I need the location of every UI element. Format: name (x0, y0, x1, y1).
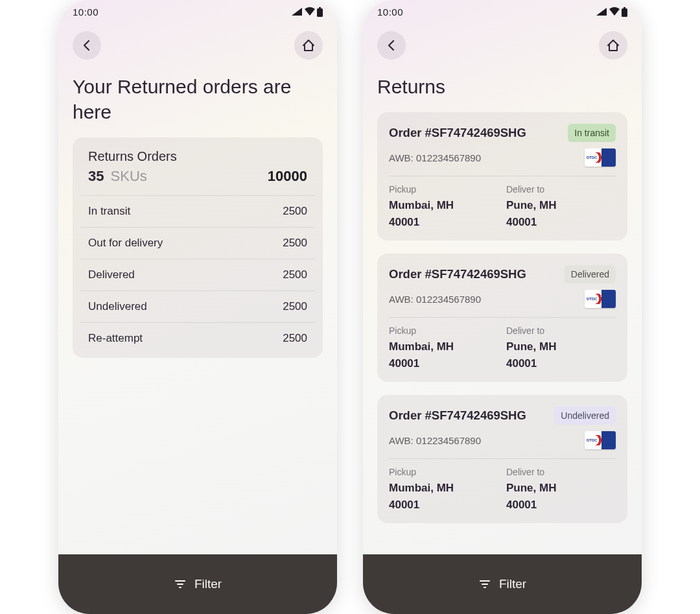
pickup-city: Mumbai, MH (389, 480, 498, 497)
order-title: Order #SF74742469SHG (389, 408, 526, 423)
carrier-logo: DTDC (585, 148, 616, 167)
deliver-label: Deliver to (506, 184, 616, 195)
content: Returns Orders 35 SKUs 10000 In transit … (58, 137, 337, 614)
phone-summary-screen: 10:00 Your Returned orders are here Retu… (58, 0, 337, 614)
summary-total: 10000 (268, 168, 307, 185)
status-value: 2500 (283, 268, 307, 281)
status-time: 10:00 (73, 6, 99, 18)
status-row-reattempt[interactable]: Re-attempt 2500 (80, 322, 315, 354)
pickup-pin: 40001 (389, 497, 498, 514)
status-label: Out for delivery (88, 237, 163, 250)
nav-bar (58, 23, 337, 65)
status-value: 2500 (283, 300, 307, 313)
filter-button[interactable]: Filter (363, 554, 642, 614)
order-title: Order #SF74742469SHG (389, 126, 526, 140)
status-value: 2500 (283, 205, 307, 218)
awb-text: AWB: 012234567890 (389, 294, 481, 305)
status-badge: Undelivered (554, 407, 616, 425)
status-row-out-for-delivery[interactable]: Out for delivery 2500 (80, 227, 315, 259)
home-button[interactable] (599, 31, 627, 60)
chevron-left-icon (385, 39, 398, 52)
pickup-pin: 40001 (389, 214, 498, 231)
status-bar: 10:00 (58, 0, 337, 23)
awb-text: AWB: 012234567890 (389, 152, 481, 163)
carrier-logo: DTDC (585, 290, 616, 308)
awb-text: AWB: 012234567890 (389, 435, 481, 446)
status-label: Delivered (88, 268, 135, 281)
pickup-city: Mumbai, MH (389, 338, 498, 355)
svg-rect-2 (622, 8, 627, 17)
pickup-city: Mumbai, MH (389, 197, 498, 214)
battery-icon (317, 7, 323, 17)
svg-rect-1 (319, 7, 321, 8)
order-card[interactable]: Order #SF74742469SHG Delivered AWB: 0122… (377, 254, 627, 382)
battery-icon (622, 7, 627, 17)
pickup-label: Pickup (389, 325, 498, 336)
deliver-pin: 40001 (506, 497, 616, 514)
filter-label: Filter (194, 577, 222, 591)
status-row-in-transit[interactable]: In transit 2500 (80, 195, 315, 227)
status-label: In transit (88, 205, 130, 218)
home-button[interactable] (294, 31, 323, 60)
status-icons (291, 7, 323, 17)
home-icon (606, 38, 620, 53)
pickup-pin: 40001 (389, 355, 498, 372)
status-label: Re-attempt (88, 332, 143, 345)
filter-icon (478, 578, 491, 591)
pickup-label: Pickup (389, 184, 498, 195)
sku-label: SKUs (111, 168, 147, 184)
filter-label: Filter (499, 577, 526, 591)
filter-button[interactable]: Filter (58, 554, 337, 614)
content: Order #SF74742469SHG In transit AWB: 012… (363, 112, 642, 614)
pickup-label: Pickup (389, 467, 498, 477)
status-bar: 10:00 (363, 0, 642, 23)
returns-summary-card: Returns Orders 35 SKUs 10000 In transit … (73, 137, 323, 358)
status-time: 10:00 (377, 6, 403, 18)
wifi-icon (609, 7, 620, 16)
deliver-pin: 40001 (506, 214, 616, 231)
deliver-pin: 40001 (506, 355, 616, 372)
wifi-icon (304, 7, 316, 16)
back-button[interactable] (377, 31, 406, 60)
status-badge: Delivered (565, 265, 616, 283)
phone-list-screen: 10:00 Returns Order #SF74742469SHG In tr… (363, 0, 642, 614)
signal-icon (291, 7, 303, 16)
home-icon (301, 38, 316, 53)
page-title: Your Returned orders are here (58, 65, 337, 137)
status-badge: In transit (568, 124, 616, 142)
order-card[interactable]: Order #SF74742469SHG In transit AWB: 012… (377, 112, 627, 241)
back-button[interactable] (73, 31, 101, 60)
summary-title: Returns Orders (88, 149, 307, 164)
svg-rect-0 (317, 8, 323, 17)
sku-count: 35 (88, 168, 104, 184)
order-card[interactable]: Order #SF74742469SHG Undelivered AWB: 01… (377, 395, 627, 523)
deliver-label: Deliver to (506, 467, 616, 477)
status-value: 2500 (283, 237, 307, 250)
signal-icon (596, 7, 607, 16)
deliver-city: Pune, MH (506, 338, 616, 355)
page-title: Returns (363, 65, 642, 112)
order-title: Order #SF74742469SHG (389, 267, 526, 281)
status-icons (596, 7, 627, 17)
filter-icon (174, 578, 187, 591)
status-label: Undelivered (88, 300, 147, 313)
status-row-delivered[interactable]: Delivered 2500 (80, 259, 315, 290)
deliver-label: Deliver to (506, 325, 616, 336)
status-row-undelivered[interactable]: Undelivered 2500 (80, 290, 315, 322)
chevron-left-icon (80, 39, 93, 52)
deliver-city: Pune, MH (506, 480, 616, 497)
status-list: In transit 2500 Out for delivery 2500 De… (73, 191, 323, 354)
nav-bar (363, 23, 642, 65)
carrier-logo: DTDC (585, 431, 616, 449)
deliver-city: Pune, MH (506, 197, 616, 214)
svg-rect-3 (624, 7, 625, 8)
status-value: 2500 (283, 332, 307, 345)
